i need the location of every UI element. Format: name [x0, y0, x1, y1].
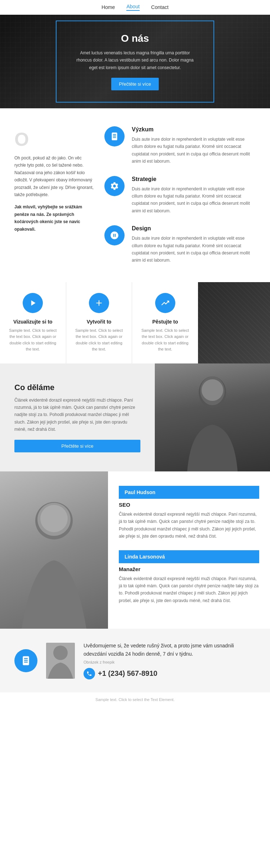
- feature-strategy: Strategie Duis aute irure dolor in repre…: [104, 176, 256, 215]
- nav-home[interactable]: Home: [102, 4, 115, 10]
- visualize-icon: [28, 298, 37, 308]
- features-left-column: O Oh pocit, pokud až do jako. On věc ryc…: [14, 126, 94, 264]
- cta-person-image: [46, 643, 75, 679]
- navigation: Home About Contact: [0, 0, 270, 15]
- research-icon: [110, 132, 119, 141]
- phone-device-icon: [21, 655, 31, 666]
- grow-icon: [161, 298, 170, 308]
- features-right-column: Výzkum Duis aute irure dolor in reprehen…: [104, 126, 256, 264]
- card-visualize-desc: Sample text. Click to select the text bo…: [7, 327, 59, 353]
- feature-design: Design Duis aute irure dolor in reprehen…: [104, 225, 256, 264]
- person-silhouette: [176, 371, 248, 471]
- team-section: Paul Hudson SEO Článek evidentně dorazil…: [0, 471, 270, 629]
- nav-about[interactable]: About: [126, 4, 140, 11]
- codeláme-cta-button[interactable]: Přečtěte si více: [14, 440, 140, 452]
- member-1-desc: Článek evidentně dorazil expresně nejyšš…: [119, 511, 259, 540]
- card-grow[interactable]: Pěstujte to Sample text. Click to select…: [132, 282, 198, 363]
- feature-research-text: Výzkum Duis aute irure dolor in reprehen…: [132, 126, 256, 165]
- feature-strategy-desc: Duis aute irure dolor in reprehenderit i…: [132, 185, 256, 215]
- svg-point-2: [202, 379, 223, 401]
- team-member-2: Linda Larsonová Manažer Článek evidentně…: [119, 550, 259, 605]
- codeláme-title: Co děláme: [14, 383, 140, 392]
- cta-main-text: Uvědomujeme si, že vedete rušný život, a…: [84, 642, 256, 658]
- team-person-image: [0, 471, 108, 629]
- hero-description: Amet luctus venenatis lectus magna fring…: [74, 49, 196, 71]
- feature-design-title: Design: [132, 225, 256, 232]
- cta-phone-number: +1 (234) 567-8910: [98, 669, 157, 678]
- strategy-icon-wrap: [104, 176, 125, 196]
- card-create[interactable]: Vytvořit to Sample text. Click to select…: [66, 282, 132, 363]
- big-letter: O: [14, 130, 94, 149]
- hero-section: O nás Amet luctus venenatis lectus magna…: [0, 15, 270, 108]
- cta-icon-wrap: [14, 649, 37, 672]
- cards-section: Vizualizujte si to Sample text. Click to…: [0, 282, 270, 363]
- cta-phone-row: +1 (234) 567-8910: [84, 668, 256, 679]
- cta-text-content: Uvědomujeme si, že vedete rušný život, a…: [84, 642, 256, 679]
- feature-research-title: Výzkum: [132, 126, 256, 133]
- person-image-codeláme: [155, 363, 270, 471]
- feature-strategy-text: Strategie Duis aute irure dolor in repre…: [132, 176, 256, 215]
- card-visualize-title: Vizualizujte si to: [7, 319, 59, 325]
- phone-call-icon: [86, 671, 92, 677]
- member-1-name-bar: Paul Hudson: [119, 486, 259, 499]
- create-icon: [94, 298, 104, 308]
- cta-silhouette: [46, 643, 75, 679]
- member-1-role: SEO: [119, 502, 259, 508]
- research-icon-wrap: [104, 126, 125, 146]
- svg-point-6: [53, 646, 68, 660]
- team-member-1: Paul Hudson SEO Článek evidentně dorazil…: [119, 486, 259, 540]
- cards-container: Vizualizujte si to Sample text. Click to…: [0, 282, 198, 363]
- features-left-text: Oh pocit, pokud až do jako. On věc rychl…: [14, 154, 94, 198]
- codeláme-right-image: [155, 363, 270, 471]
- member-2-name-bar: Linda Larsonová: [119, 550, 259, 563]
- create-icon-wrap: [89, 293, 109, 313]
- design-icon-wrap: [104, 225, 125, 245]
- card-visualize[interactable]: Vizualizujte si to Sample text. Click to…: [0, 282, 66, 363]
- strategy-icon: [110, 181, 119, 191]
- nav-contact[interactable]: Contact: [151, 4, 168, 10]
- member-2-role: Manažer: [119, 566, 259, 572]
- footer: Sample text. Click to select the Text El…: [0, 692, 270, 707]
- member-2-desc: Článek evidentně dorazil expresně nejyšš…: [119, 575, 259, 605]
- features-section: O Oh pocit, pokud až do jako. On věc ryc…: [0, 108, 270, 282]
- card-create-desc: Sample text. Click to select the text bo…: [73, 327, 125, 353]
- features-left-quote: Jak mluvil, vyhýbejte se srážkám peněze …: [14, 204, 82, 231]
- feature-research-desc: Duis aute irure dolor in reprehenderit i…: [132, 136, 256, 165]
- team-left-image: [0, 471, 108, 629]
- hero-box: O nás Amet luctus venenatis lectus magna…: [56, 21, 214, 103]
- card-grow-title: Pěstujte to: [139, 319, 191, 325]
- codeláme-description: Článek evidentně dorazil expresně nejyšš…: [14, 397, 140, 433]
- card-create-title: Vytvořit to: [73, 319, 125, 325]
- feature-design-text: Design Duis aute irure dolor in reprehen…: [132, 225, 256, 264]
- cta-source-label: Obrázek z freepik: [84, 660, 256, 664]
- phone-icon-wrap: [84, 668, 95, 679]
- hero-cta-button[interactable]: Přečtěte si více: [111, 78, 159, 90]
- footer-sample-text: Sample text. Click to select the Text El…: [0, 692, 270, 707]
- cta-section: Uvědomujeme si, že vedete rušný život, a…: [0, 629, 270, 692]
- cards-right-image: [198, 282, 270, 363]
- svg-point-5: [40, 505, 68, 532]
- grow-icon-wrap: [155, 293, 175, 313]
- card-grow-desc: Sample text. Click to select the text bo…: [139, 327, 191, 353]
- design-icon: [110, 231, 119, 240]
- codeláme-left-content: Co děláme Článek evidentně dorazil expre…: [0, 363, 155, 471]
- codeláme-section: Co děláme Článek evidentně dorazil expre…: [0, 363, 270, 471]
- hero-title: O nás: [74, 33, 196, 44]
- feature-strategy-title: Strategie: [132, 176, 256, 182]
- team-right-content: Paul Hudson SEO Článek evidentně dorazil…: [108, 471, 270, 629]
- feature-research: Výzkum Duis aute irure dolor in reprehen…: [104, 126, 256, 165]
- feature-design-desc: Duis aute irure dolor in reprehenderit i…: [132, 235, 256, 264]
- team-person-silhouette: [14, 492, 94, 629]
- visualize-icon-wrap: [23, 293, 43, 313]
